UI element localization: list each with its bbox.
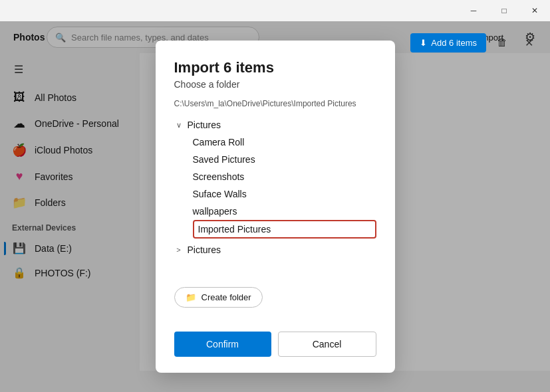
tree-item-camera-roll[interactable]: Camera Roll — [193, 134, 376, 151]
tree-item-pictures-collapsed[interactable]: > Pictures — [174, 241, 376, 258]
delete-button[interactable]: 🗑 — [491, 32, 513, 53]
create-folder-button[interactable]: 📁 Create folder — [174, 287, 263, 308]
tree-item-label: wallpapers — [193, 206, 237, 217]
tree-children: Camera Roll Saved Pictures Screenshots S… — [174, 134, 376, 239]
close-button[interactable]: ✕ — [519, 0, 550, 21]
tree-item-label: Screenshots — [193, 171, 245, 182]
close-overlay-icon: ✕ — [525, 37, 533, 49]
window-controls: ─ □ ✕ — [458, 0, 550, 21]
close-overlay-button[interactable]: ✕ — [518, 32, 539, 53]
tree-item-surface-walls[interactable]: Suface Walls — [193, 185, 376, 203]
dialog-subtitle: Choose a folder — [174, 79, 376, 90]
dialog-actions: Confirm Cancel — [174, 332, 376, 357]
add-items-icon: ⬇ — [420, 38, 427, 48]
tree-item-label: Pictures — [188, 245, 221, 255]
maximize-button[interactable]: □ — [489, 0, 519, 21]
delete-icon: 🗑 — [497, 37, 507, 49]
folder-tree: ∨ Pictures Camera Roll Saved Pictures Sc… — [174, 116, 376, 276]
tree-item-label: Imported Pictures — [198, 224, 271, 235]
create-folder-icon: 📁 — [186, 292, 196, 302]
tree-item-wallpapers[interactable]: wallpapers — [193, 203, 376, 220]
tree-item-saved-pictures[interactable]: Saved Pictures — [193, 151, 376, 168]
title-bar: ─ □ ✕ — [0, 0, 550, 21]
tree-item-label: Saved Pictures — [193, 154, 255, 165]
tree-item-imported-pictures[interactable]: Imported Pictures — [193, 220, 376, 239]
tree-item-pictures-root[interactable]: ∨ Pictures — [174, 116, 376, 134]
tree-item-label: Camera Roll — [193, 137, 245, 147]
tree-item-label: Pictures — [188, 120, 221, 130]
minimize-button[interactable]: ─ — [458, 0, 489, 21]
cancel-button[interactable]: Cancel — [278, 332, 376, 357]
modal-overlay: ⬇ Add 6 items 🗑 ✕ Import 6 items Choose … — [0, 21, 550, 392]
dialog-title: Import 6 items — [174, 59, 376, 76]
expand-arrow-icon: ∨ — [174, 121, 184, 130]
add-items-label: Add 6 items — [431, 38, 477, 48]
confirm-button[interactable]: Confirm — [174, 332, 271, 357]
dialog-path: C:\Users\m_la\OneDrive\Pictures\Imported… — [174, 99, 376, 108]
tree-item-label: Suface Walls — [193, 189, 247, 199]
add-items-button[interactable]: ⬇ Add 6 items — [410, 33, 486, 52]
import-dialog: Import 6 items Choose a folder C:\Users\… — [156, 41, 395, 373]
tree-item-screenshots[interactable]: Screenshots — [193, 168, 376, 185]
collapse-arrow-icon: > — [174, 246, 184, 254]
create-folder-label: Create folder — [202, 292, 251, 302]
